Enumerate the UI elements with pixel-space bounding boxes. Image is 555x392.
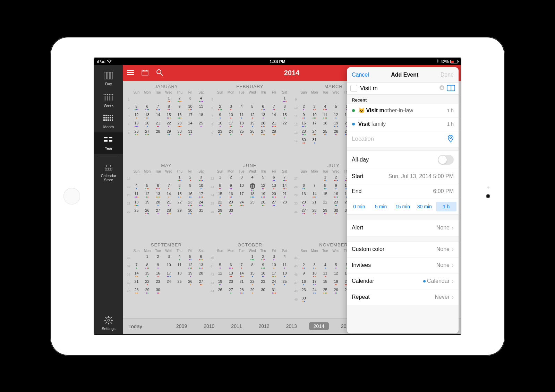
add-event-popover: Cancel Add Event Done Rec <box>347 67 459 333</box>
chevron-right-icon: › <box>452 294 454 301</box>
svg-rect-36 <box>104 137 108 138</box>
search-icon[interactable] <box>156 69 163 77</box>
suggestion-row[interactable]: Visit family1 h <box>347 117 459 131</box>
camera-dot <box>486 194 490 198</box>
year-2011[interactable]: 2011 <box>226 322 247 330</box>
svg-rect-18 <box>108 115 109 116</box>
year-2010[interactable]: 2010 <box>199 322 219 330</box>
svg-rect-33 <box>108 120 109 121</box>
month-2[interactable]: FEBRUARYSunMonTueWedThuFriSat51623456787… <box>209 82 291 160</box>
sidebar-item-month[interactable]: Month <box>94 111 123 132</box>
done-button[interactable]: Done <box>441 72 454 78</box>
today-icon[interactable] <box>142 69 148 77</box>
sidebar-item-settings[interactable]: Settings <box>94 312 123 334</box>
sidebar-item-year[interactable]: Year <box>94 132 123 154</box>
svg-line-57 <box>105 322 106 323</box>
svg-rect-41 <box>109 139 112 139</box>
year-2014[interactable]: 2014 <box>309 322 329 330</box>
battery-icon <box>450 60 458 63</box>
svg-rect-19 <box>110 115 111 116</box>
duration-presets: 0 min5 min15 min30 min1 h <box>347 199 459 215</box>
sidebar-label: Settings <box>102 326 116 331</box>
allday-row[interactable]: All-day <box>347 151 459 169</box>
toolbar-title[interactable]: 2014 <box>284 69 300 77</box>
allday-toggle[interactable] <box>438 155 454 165</box>
svg-rect-20 <box>112 115 113 116</box>
gear-icon <box>104 316 113 324</box>
battery-pct: 42% <box>441 59 449 64</box>
wifi-icon <box>107 59 112 64</box>
duration-option[interactable]: 15 min <box>393 202 413 211</box>
svg-rect-28 <box>108 119 109 120</box>
suggestion-row[interactable]: 🐱Visit mother-in-law1 h <box>347 104 459 117</box>
sidebar-label: Week <box>104 103 113 107</box>
svg-point-0 <box>109 62 110 63</box>
svg-point-50 <box>108 319 110 321</box>
sidebar-item-week[interactable]: Week <box>94 89 123 111</box>
svg-line-55 <box>105 317 106 318</box>
svg-rect-24 <box>110 117 111 118</box>
year-2009[interactable]: 2009 <box>171 322 192 330</box>
chevron-right-icon: › <box>452 262 454 269</box>
month-6[interactable]: JUNESunMonTueWedThuFriSat221234567238910… <box>209 162 291 239</box>
event-title-input[interactable] <box>360 85 437 92</box>
svg-line-67 <box>161 73 163 76</box>
svg-rect-42 <box>109 140 112 141</box>
calendar-row[interactable]: Calendar Calendar › <box>347 273 459 289</box>
svg-point-13 <box>109 94 110 95</box>
svg-rect-43 <box>109 141 112 142</box>
svg-line-56 <box>111 322 112 323</box>
svg-point-14 <box>111 94 111 95</box>
year-2012[interactable]: 2012 <box>254 322 274 330</box>
sidebar-label: Calendar Store <box>101 174 117 182</box>
templates-icon[interactable] <box>447 85 455 92</box>
sidebar-item-day[interactable]: Day <box>94 67 123 89</box>
start-row[interactable]: Start Sun, Jul 13, 2014 5:00 PM <box>347 169 459 184</box>
month-10[interactable]: OCTOBERSunMonTueWedThuFriSat401234415678… <box>209 241 291 318</box>
repeat-row[interactable]: Repeat Never › <box>347 289 459 305</box>
svg-point-11 <box>105 94 106 95</box>
svg-point-44 <box>106 165 111 167</box>
duration-option[interactable]: 0 min <box>349 202 369 211</box>
svg-rect-23 <box>108 117 109 118</box>
screen: iPad 1:34 PM 42% Day <box>94 58 461 335</box>
todo-checkbox[interactable] <box>350 85 357 92</box>
menu-icon[interactable] <box>127 70 134 77</box>
cancel-button[interactable]: Cancel <box>352 72 369 78</box>
month-1[interactable]: JANUARYSunMonTueWedThuFriSat112342567891… <box>126 82 207 160</box>
bluetooth-icon <box>436 59 439 64</box>
month-9[interactable]: SEPTEMBERSunMonTueWedThuFriSat3612345637… <box>126 241 207 318</box>
sidebar-item-store[interactable]: Calendar Store <box>94 160 123 185</box>
invitees-row[interactable]: Invitees None › <box>347 258 459 273</box>
home-button[interactable] <box>63 188 80 204</box>
clear-icon[interactable] <box>439 85 445 92</box>
duration-option[interactable]: 5 min <box>371 202 391 211</box>
svg-rect-26 <box>103 119 105 120</box>
svg-point-77 <box>450 137 452 138</box>
view-sidebar: Day Week Month <box>94 65 123 334</box>
today-button[interactable]: Today <box>128 323 142 329</box>
svg-point-66 <box>157 70 161 74</box>
clock-label: 1:34 PM <box>270 59 285 64</box>
chevron-right-icon: › <box>452 278 454 285</box>
ambient-dot <box>487 186 489 189</box>
svg-rect-29 <box>110 119 111 120</box>
month-5[interactable]: MAYSunMonTueWedThuFriSat1812319456789102… <box>126 162 207 239</box>
svg-point-10 <box>104 94 104 95</box>
svg-rect-25 <box>112 117 113 118</box>
duration-option[interactable]: 30 min <box>414 202 435 211</box>
sidebar-label: Day <box>105 82 112 86</box>
svg-rect-16 <box>103 115 105 116</box>
location-placeholder: Location <box>352 136 447 142</box>
svg-rect-40 <box>109 137 112 138</box>
duration-option[interactable]: 1 h <box>436 202 456 211</box>
location-row[interactable]: Location <box>347 131 459 147</box>
ipad-frame: iPad 1:34 PM 42% Day <box>50 37 505 356</box>
color-row[interactable]: Custom color None › <box>347 242 459 258</box>
year-2013[interactable]: 2013 <box>281 322 302 330</box>
location-pin-icon[interactable] <box>447 135 454 143</box>
end-row[interactable]: End 6:00 PM <box>347 184 459 199</box>
svg-point-15 <box>112 94 113 95</box>
alert-row[interactable]: Alert None › <box>347 220 459 236</box>
sidebar-label: Year <box>105 146 112 150</box>
